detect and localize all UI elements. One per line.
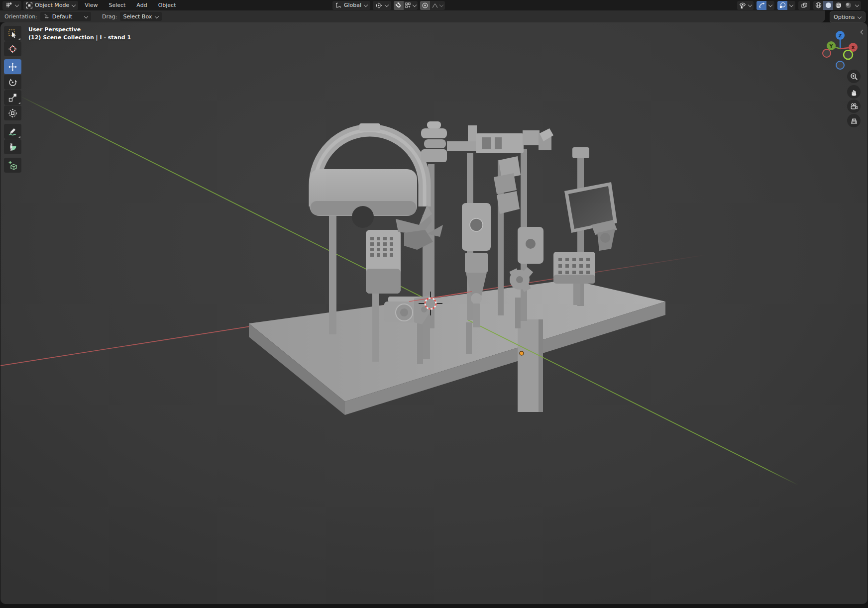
zoom-button[interactable] xyxy=(847,70,861,83)
options-dropdown[interactable]: Options xyxy=(830,11,866,22)
falloff-curve-icon xyxy=(432,2,438,9)
tool-tweak-select[interactable] xyxy=(4,26,21,41)
blender-window: Object Mode View Select Add Object Globa… xyxy=(0,0,868,608)
gizmo-icon xyxy=(758,2,765,9)
sidebar-collapse-arrow[interactable] xyxy=(860,30,865,35)
menu-select[interactable]: Select xyxy=(104,1,130,10)
stand-front-post[interactable] xyxy=(518,319,543,412)
scene-collection-label: (12) Scene Collection | I - stand 1 xyxy=(28,34,131,42)
3d-viewport[interactable] xyxy=(0,0,868,608)
mode-dropdown[interactable]: Object Mode xyxy=(23,1,78,10)
right-keypad-object[interactable] xyxy=(553,252,595,284)
snap-toggle[interactable] xyxy=(394,1,404,10)
pan-button[interactable] xyxy=(847,85,861,99)
proportional-editing-toggle[interactable] xyxy=(420,1,430,10)
svg-text:Z: Z xyxy=(839,33,842,38)
select-box-icon xyxy=(8,29,17,38)
tool-transform[interactable] xyxy=(4,105,21,120)
perspective-toggle-button[interactable] xyxy=(847,114,861,127)
material-sphere-icon xyxy=(835,1,842,9)
xray-toggle[interactable] xyxy=(798,1,810,10)
drag-label: Drag: xyxy=(102,13,117,20)
shading-wireframe-button[interactable] xyxy=(813,1,823,10)
falloff-dropdown[interactable] xyxy=(430,1,445,10)
axis-x-negative[interactable] xyxy=(823,49,831,57)
status-bar xyxy=(0,604,868,608)
transform-default-icon xyxy=(43,13,50,20)
chevron-down-icon xyxy=(14,3,19,7)
tool-scale[interactable] xyxy=(4,90,21,105)
shading-rendered-button[interactable] xyxy=(843,1,853,10)
proportional-edit-group xyxy=(420,1,445,10)
orientation-value: Default xyxy=(52,13,72,20)
overlays-icon xyxy=(779,2,786,9)
menu-object[interactable]: Object xyxy=(154,1,181,10)
drag-value-dropdown[interactable]: Select Box xyxy=(120,12,162,21)
subtool-indicator xyxy=(18,38,20,40)
chevron-down-icon xyxy=(439,3,444,7)
chevron-down-icon xyxy=(857,15,862,19)
chevron-down-icon xyxy=(363,3,368,7)
pivot-point-icon xyxy=(375,2,382,9)
shading-dropdown[interactable] xyxy=(853,1,861,10)
snap-settings-dropdown[interactable] xyxy=(404,1,418,10)
tool-rotate[interactable] xyxy=(4,75,21,90)
tool-cursor[interactable] xyxy=(4,41,21,56)
drag-value: Select Box xyxy=(123,13,152,20)
tool-move[interactable] xyxy=(4,59,21,74)
mode-dropdown-label: Object Mode xyxy=(35,2,69,8)
chevron-down-icon xyxy=(84,14,88,19)
viewport-info-overlay: User Perspective (12) Scene Collection |… xyxy=(28,26,131,42)
chevron-down-icon xyxy=(789,3,794,7)
tool-annotate[interactable] xyxy=(4,124,21,139)
eye-cursor-icon xyxy=(739,1,747,9)
orientation-axes-icon xyxy=(335,2,342,9)
chevron-down-icon xyxy=(71,3,76,7)
add-cube-icon xyxy=(8,161,17,170)
chevron-down-icon xyxy=(855,3,860,7)
shading-material-button[interactable] xyxy=(833,1,843,10)
axis-y-positive[interactable]: Y xyxy=(827,41,836,50)
orientation-label: Orientation: xyxy=(4,13,37,20)
axis-z-positive[interactable]: Z xyxy=(836,31,845,40)
show-gizmos-toggle[interactable] xyxy=(757,1,766,10)
3d-viewport-editor-icon xyxy=(5,1,12,9)
object-mode-icon xyxy=(26,2,33,9)
overlays-dropdown[interactable] xyxy=(787,1,795,10)
magnifier-plus-icon xyxy=(850,73,858,81)
keypad-device-object[interactable] xyxy=(366,230,401,294)
gizmos-dropdown[interactable] xyxy=(766,1,774,10)
annotate-pencil-icon xyxy=(8,127,17,136)
camera-view-button[interactable] xyxy=(847,100,861,113)
chevron-down-icon xyxy=(768,3,773,7)
visibility-dropdown[interactable] xyxy=(737,1,754,10)
magnet-icon xyxy=(395,2,402,9)
rotate-tool-icon xyxy=(8,78,17,87)
proportional-editing-icon xyxy=(422,2,429,9)
axis-y-negative[interactable] xyxy=(844,50,853,59)
tool-add-cube[interactable] xyxy=(4,158,21,173)
3d-cursor-tool-icon xyxy=(8,44,17,54)
menu-add[interactable]: Add xyxy=(132,1,151,10)
orientation-dropdown-label: Global xyxy=(344,2,361,8)
subtool-indicator xyxy=(18,102,20,104)
orientation-value-dropdown[interactable]: Default xyxy=(40,12,91,21)
solid-sphere-icon xyxy=(825,1,832,9)
camera-icon xyxy=(850,102,858,110)
tool-measure[interactable] xyxy=(4,139,21,154)
pivot-point-dropdown[interactable] xyxy=(373,1,391,10)
hand-icon xyxy=(850,88,858,96)
show-overlays-toggle[interactable] xyxy=(777,1,787,10)
rendered-sphere-icon xyxy=(845,1,852,9)
object-origin-dot xyxy=(520,351,524,355)
chevron-down-icon xyxy=(154,14,159,19)
transform-orientation-dropdown[interactable]: Global xyxy=(332,1,370,10)
tool-settings-header: Orientation: Default Drag: Select Box xyxy=(0,10,825,22)
snap-settings-icon xyxy=(405,2,411,8)
axis-z-negative[interactable] xyxy=(836,61,844,69)
view-perspective-label: User Perspective xyxy=(28,26,131,34)
shading-solid-button[interactable] xyxy=(823,1,833,10)
menu-view[interactable]: View xyxy=(80,1,102,10)
editor-type-dropdown[interactable] xyxy=(2,1,21,10)
3d-scene xyxy=(0,0,868,608)
